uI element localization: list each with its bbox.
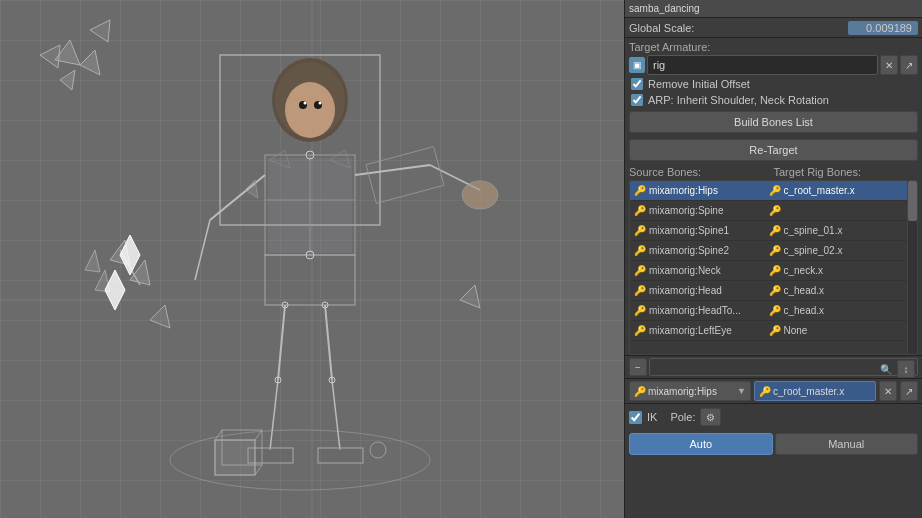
bone-row-spine2[interactable]: 🔑 mixamorig:Spine2 🔑 c_spine_02.x [630, 241, 907, 261]
svg-rect-31 [366, 147, 444, 204]
target-name-hips: c_root_master.x [784, 185, 904, 196]
svg-marker-54 [150, 305, 170, 328]
bone-name-hips: mixamorig:Hips [649, 185, 769, 196]
target-name-neck: c_neck.x [784, 265, 904, 276]
bone-row-hips[interactable]: 🔑 mixamorig:Hips 🔑 c_root_master.x [630, 181, 907, 201]
global-scale-row: Global Scale: 0.009189 [625, 18, 922, 38]
browse-mapping-button[interactable]: ↗ [900, 381, 918, 401]
mapping-row: 🔑 mixamorig:Hips ▼ 🔑 c_root_master.x ✕ ↗ [625, 378, 922, 403]
bone-name-spine1: mixamorig:Spine1 [649, 225, 769, 236]
global-scale-label: Global Scale: [629, 22, 848, 34]
bone-icon-headtop: 🔑 [634, 305, 646, 316]
svg-line-37 [332, 380, 340, 450]
bones-list: 🔑 mixamorig:Hips 🔑 c_root_master.x 🔑 mix… [630, 181, 907, 354]
build-bones-button[interactable]: Build Bones List [629, 111, 918, 133]
svg-rect-48 [215, 440, 255, 475]
bones-scrollbar[interactable] [907, 181, 917, 354]
bone-row-head[interactable]: 🔑 mixamorig:Head 🔑 c_head.x [630, 281, 907, 301]
3d-viewport [0, 0, 624, 518]
target-rig-label: Target Rig Bones: [774, 166, 919, 178]
bone-icon-hips: 🔑 [634, 185, 646, 196]
bone-row-lefteye[interactable]: 🔑 mixamorig:LeftEye 🔑 None [630, 321, 907, 341]
bone-name-spine2: mixamorig:Spine2 [649, 245, 769, 256]
svg-marker-7 [90, 20, 110, 42]
svg-point-2 [170, 430, 430, 490]
svg-marker-55 [120, 235, 140, 275]
target-bone-icon: 🔑 [759, 386, 771, 397]
target-name-lefteye: None [784, 325, 904, 336]
bone-row-neck[interactable]: 🔑 mixamorig:Neck 🔑 c_neck.x [630, 261, 907, 281]
properties-panel: samba_dancing Global Scale: 0.009189 Tar… [624, 0, 922, 518]
target-name-spine1: c_spine_01.x [784, 225, 904, 236]
global-scale-value[interactable]: 0.009189 [848, 21, 918, 35]
search-icon-btn[interactable]: 🔍 [877, 360, 895, 378]
auto-button[interactable]: Auto [629, 433, 773, 455]
clear-rig-button[interactable]: ✕ [880, 55, 898, 75]
remove-bone-button[interactable]: − [629, 358, 647, 376]
retarget-button[interactable]: Re-Target [629, 139, 918, 161]
svg-line-26 [195, 220, 210, 280]
svg-point-30 [462, 181, 498, 209]
svg-marker-11 [85, 250, 100, 272]
svg-marker-5 [60, 70, 75, 90]
bone-name-lefteye: mixamorig:LeftEye [649, 325, 769, 336]
clear-mapping-button[interactable]: ✕ [879, 381, 897, 401]
source-bones-label: Source Bones: [629, 166, 774, 178]
svg-rect-24 [268, 158, 352, 253]
bone-icon-spine1: 🔑 [634, 225, 646, 236]
rig-input[interactable] [647, 55, 878, 75]
rig-field-row: ▣ ✕ ↗ [625, 54, 922, 76]
animation-name: samba_dancing [629, 3, 700, 14]
target-icon-neck: 🔑 [769, 265, 781, 276]
ik-checkbox[interactable] [629, 411, 642, 424]
svg-point-20 [319, 102, 322, 105]
browse-rig-button[interactable]: ↗ [900, 55, 918, 75]
svg-line-33 [278, 305, 285, 380]
svg-marker-53 [460, 285, 480, 308]
bone-icon-head: 🔑 [634, 285, 646, 296]
bones-list-container: 🔑 mixamorig:Hips 🔑 c_root_master.x 🔑 mix… [629, 180, 918, 355]
bones-header-row: Source Bones: Target Rig Bones: [625, 164, 922, 180]
remove-offset-checkbox[interactable] [631, 78, 643, 90]
svg-marker-6 [40, 45, 60, 68]
ik-row: IK Pole: ⚙ [629, 406, 918, 428]
sort-btn[interactable]: ↕ [897, 360, 915, 378]
bone-name-spine: mixamorig:Spine [649, 205, 769, 216]
manual-button[interactable]: Manual [775, 433, 919, 455]
svg-marker-56 [105, 270, 125, 310]
bone-name-neck: mixamorig:Neck [649, 265, 769, 276]
bone-row-spine[interactable]: 🔑 mixamorig:Spine 🔑 [630, 201, 907, 221]
target-name-spine2: c_spine_02.x [784, 245, 904, 256]
svg-line-52 [255, 465, 262, 475]
bone-icon-spine2: 🔑 [634, 245, 646, 256]
source-mapping-field[interactable]: 🔑 mixamorig:Hips ▼ [629, 381, 751, 401]
target-icon-spine1: 🔑 [769, 225, 781, 236]
target-mapping-field[interactable]: 🔑 c_root_master.x [754, 381, 876, 401]
source-bone-icon: 🔑 [634, 386, 646, 397]
bone-row-headtop[interactable]: 🔑 mixamorig:HeadTo... 🔑 c_head.x [630, 301, 907, 321]
svg-line-36 [325, 305, 332, 380]
arp-inherit-row: ARP: Inherit Shoulder, Neck Rotation [625, 92, 922, 108]
svg-rect-32 [265, 255, 355, 305]
target-icon-spine: 🔑 [769, 205, 781, 216]
dropdown-arrow: ▼ [737, 386, 746, 396]
target-icon-head: 🔑 [769, 285, 781, 296]
source-mapping-value: mixamorig:Hips [648, 386, 717, 397]
bone-row-spine1[interactable]: 🔑 mixamorig:Spine1 🔑 c_spine_01.x [630, 221, 907, 241]
svg-rect-38 [318, 448, 363, 463]
pole-icon: ⚙ [706, 412, 715, 423]
arp-inherit-checkbox[interactable] [631, 94, 643, 106]
target-icon-hips: 🔑 [769, 185, 781, 196]
svg-line-34 [270, 380, 278, 450]
remove-offset-label: Remove Initial Offset [648, 78, 750, 90]
search-bar: 🔍 ↕ [649, 358, 918, 376]
rig-icon: ▣ [633, 60, 642, 70]
target-name-headtop: c_head.x [784, 305, 904, 316]
svg-point-47 [370, 442, 386, 458]
target-icon-headtop: 🔑 [769, 305, 781, 316]
character-wireframe [0, 0, 624, 518]
pole-button[interactable]: ⚙ [700, 408, 721, 426]
target-mapping-value: c_root_master.x [773, 386, 844, 397]
target-icon-spine2: 🔑 [769, 245, 781, 256]
ik-section: IK Pole: ⚙ [625, 403, 922, 430]
